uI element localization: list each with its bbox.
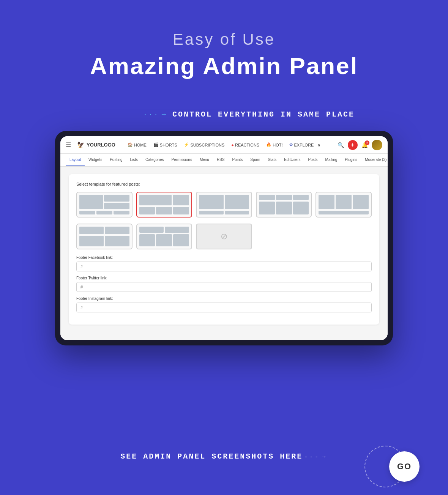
device-screen: ☰ 🦅 YOURLOGO 🏠 HOME 🎬 SHORTS ⚡ SUBSCRIPT…	[60, 136, 388, 340]
arrow-dots-icon: · · · →	[144, 110, 168, 118]
facebook-field-input[interactable]	[76, 262, 372, 271]
template-item-4[interactable]	[256, 192, 312, 218]
dashed-arrow-icon: - - - →	[305, 453, 327, 460]
nav-item-reactions[interactable]: ● REACTIONS	[228, 140, 262, 150]
logo-text: YOURLOGO	[87, 142, 115, 148]
template-item-5[interactable]	[315, 192, 372, 218]
subnav-item-rss[interactable]: RSS	[213, 154, 229, 166]
subnav-item-moderate[interactable]: Moderate (3)	[361, 154, 388, 166]
template-item-6[interactable]	[76, 224, 133, 249]
twitter-field-label: Footer Twitter link:	[76, 276, 372, 280]
twitter-field-input[interactable]	[76, 282, 372, 292]
subnav-item-plugins[interactable]: Plugins	[341, 154, 361, 166]
nav-item-explore[interactable]: ✿ EXPLORE	[286, 140, 317, 150]
see-screenshots-label: SEE ADMIN PANEL SCREENSHOTS HERE	[120, 452, 303, 461]
admin-content: Select template for featured posts:	[60, 167, 388, 340]
go-button-wrapper: GO	[389, 451, 420, 482]
subnav-item-lists[interactable]: Lists	[126, 154, 142, 166]
logo-area: 🦅 YOURLOGO	[77, 141, 115, 148]
twitter-field-group: Footer Twitter link:	[76, 276, 372, 292]
subnav-item-widgets[interactable]: Widgets	[85, 154, 106, 166]
add-button[interactable]: +	[348, 140, 358, 150]
notification-button[interactable]: 🔔 8	[361, 142, 368, 148]
notification-badge: 8	[365, 140, 369, 145]
nav-item-home[interactable]: 🏠 HOME	[125, 140, 150, 150]
subnav-item-spam[interactable]: Spam	[246, 154, 264, 166]
no-preview-icon: ⊘	[221, 232, 227, 241]
template-item-3[interactable]	[196, 192, 252, 218]
user-avatar[interactable]	[372, 140, 382, 150]
subnav-item-editusers[interactable]: EditUsers	[280, 154, 304, 166]
control-label-container: · · · → CONTROL EVERYTHING IN SAME PLACE	[144, 110, 355, 119]
template-grid-row1	[76, 192, 372, 218]
instagram-field-group: Footer Instagram link:	[76, 296, 372, 312]
subnav-item-mailing[interactable]: Mailing	[322, 154, 341, 166]
template-item-8-disabled: ⊘	[196, 224, 252, 249]
admin-subnav: Layout Widgets Posting Lists Categories …	[60, 154, 388, 167]
subnav-item-layout[interactable]: Layout	[66, 154, 85, 166]
subnav-item-posting[interactable]: Posting	[106, 154, 126, 166]
facebook-field-label: Footer Facebook link:	[76, 255, 372, 260]
instagram-field-label: Footer Instagram link:	[76, 296, 372, 301]
search-icon[interactable]: 🔍	[338, 142, 344, 148]
hero-subtitle: Easy of Use	[0, 30, 448, 49]
subnav-item-stats[interactable]: Stats	[264, 154, 280, 166]
device-frame: ☰ 🦅 YOURLOGO 🏠 HOME 🎬 SHORTS ⚡ SUBSCRIPT…	[55, 131, 393, 345]
nav-more-icon[interactable]: ∨	[317, 142, 321, 148]
section-label: Select template for featured posts:	[76, 182, 372, 186]
content-card: Select template for featured posts:	[69, 174, 379, 325]
nav-item-shorts[interactable]: 🎬 SHORTS	[150, 140, 180, 150]
template-item-1[interactable]	[76, 192, 133, 218]
subnav-item-points[interactable]: Points	[228, 154, 246, 166]
go-button[interactable]: GO	[389, 451, 420, 482]
hamburger-icon[interactable]: ☰	[66, 141, 71, 148]
subnav-item-menu[interactable]: Menu	[196, 154, 213, 166]
template-item-2[interactable]	[136, 192, 192, 218]
hero-title: Amazing Admin Panel	[0, 52, 448, 79]
instagram-field-input[interactable]	[76, 303, 372, 312]
subnav-item-posts[interactable]: Posts	[304, 154, 322, 166]
subnav-item-permissions[interactable]: Permissions	[167, 154, 196, 166]
nav-right: 🔍 + 🔔 8	[338, 140, 382, 150]
template-grid-row2: ⊘	[76, 224, 372, 249]
control-label: CONTROL EVERYTHING IN SAME PLACE	[172, 110, 355, 119]
nav-item-subscriptions[interactable]: ⚡ SUBSCRIPTIONS	[181, 140, 227, 150]
nav-item-hot[interactable]: 🔥 HOT!	[263, 140, 286, 150]
nav-items: 🏠 HOME 🎬 SHORTS ⚡ SUBSCRIPTIONS ● REACTI…	[125, 140, 331, 150]
logo-icon: 🦅	[77, 141, 85, 148]
subnav-item-categories[interactable]: Categories	[142, 154, 167, 166]
facebook-field-group: Footer Facebook link:	[76, 255, 372, 271]
admin-navbar: ☰ 🦅 YOURLOGO 🏠 HOME 🎬 SHORTS ⚡ SUBSCRIPT…	[60, 136, 388, 154]
template-item-7[interactable]	[136, 224, 192, 249]
see-screenshots-row: SEE ADMIN PANEL SCREENSHOTS HERE - - - →	[120, 452, 327, 461]
